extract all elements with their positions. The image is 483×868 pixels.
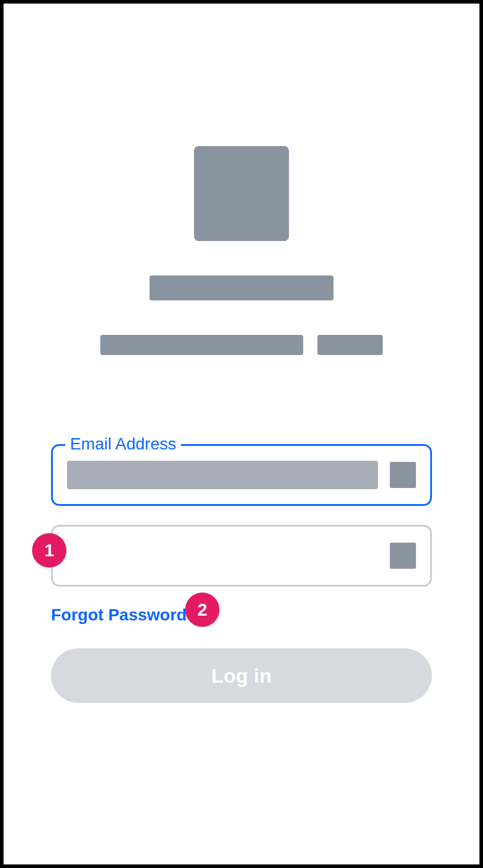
app-frame: Email Address Forgot Password? Log in 1 … bbox=[0, 0, 483, 868]
login-screen: Email Address Forgot Password? Log in bbox=[4, 4, 479, 864]
annotation-callout-1: 1 bbox=[32, 533, 66, 568]
clear-email-icon[interactable] bbox=[390, 462, 416, 488]
email-input[interactable] bbox=[67, 461, 378, 489]
password-input[interactable] bbox=[67, 541, 378, 570]
app-logo-icon bbox=[194, 146, 289, 241]
email-label: Email Address bbox=[65, 435, 181, 454]
subtitle-text-placeholder bbox=[317, 335, 383, 355]
password-field[interactable] bbox=[51, 525, 432, 587]
login-button[interactable]: Log in bbox=[51, 648, 432, 703]
email-field-wrap: Email Address bbox=[51, 444, 432, 506]
password-field-wrap bbox=[51, 525, 432, 587]
app-subtitle-row bbox=[100, 335, 383, 355]
forgot-password-link[interactable]: Forgot Password? bbox=[51, 606, 197, 625]
subtitle-text-placeholder bbox=[100, 335, 303, 355]
login-form: Email Address Forgot Password? Log in bbox=[51, 444, 432, 703]
app-title-placeholder bbox=[150, 275, 333, 300]
toggle-password-visibility-icon[interactable] bbox=[390, 543, 416, 569]
annotation-callout-2: 2 bbox=[185, 593, 220, 627]
